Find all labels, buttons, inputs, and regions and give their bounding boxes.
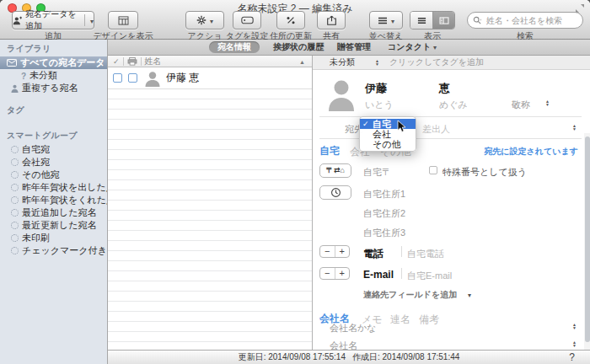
- action-button[interactable]: [185, 11, 224, 29]
- phone-remove-add-stepper[interactable]: −+: [319, 245, 350, 258]
- home-address3-field[interactable]: 自宅住所3: [363, 227, 405, 239]
- mouse-cursor: [397, 120, 406, 133]
- sort-button[interactable]: [369, 11, 403, 29]
- name-column-header[interactable]: 姓名: [145, 56, 162, 67]
- empty-list-rows: [108, 89, 312, 350]
- search-input[interactable]: [485, 15, 577, 26]
- help-button[interactable]: ?: [569, 351, 575, 363]
- bottom-tab-remarks[interactable]: 備考: [419, 313, 439, 327]
- menu-item-other[interactable]: その他: [360, 139, 416, 149]
- special-number-label[interactable]: 特殊番号として扱う: [442, 166, 527, 179]
- sidebar-item-smart-received-last-year[interactable]: 昨年年賀状をくれた人: [0, 194, 107, 206]
- field-divider: [401, 268, 402, 279]
- stepper-icon[interactable]: [572, 323, 577, 329]
- update-address-button[interactable]: [276, 11, 305, 29]
- sidebar-item-label: 最近更新した宛名: [22, 219, 97, 232]
- tab-contacts-label: コンタクト: [388, 42, 431, 51]
- sidebar-item-smart-other[interactable]: その他宛: [0, 169, 107, 181]
- tab-address-info[interactable]: 宛名情報: [209, 41, 260, 53]
- contact-avatar[interactable]: [328, 78, 355, 111]
- sidebar-item-smart-checkmarked[interactable]: チェックマーク付き: [0, 244, 107, 257]
- view-segmented-control[interactable]: [410, 11, 455, 29]
- phone-label: 電話: [363, 247, 384, 261]
- clock-icon: [330, 187, 341, 198]
- sidebar-item-all-data[interactable]: すべての宛名データ: [0, 56, 107, 69]
- gear-icon: [11, 171, 19, 179]
- search-field[interactable]: [467, 12, 583, 29]
- tag-icon: [241, 16, 254, 24]
- honorific-field[interactable]: 敬称: [512, 99, 530, 111]
- tab-strip: 宛名情報 挨拶状の履歴 贈答管理 コンタクト: [108, 40, 590, 56]
- home-email-field[interactable]: 自宅E-mail: [407, 270, 452, 282]
- home-address2-field[interactable]: 自宅住所2: [363, 207, 405, 220]
- add-tag-hint[interactable]: クリックしてタグを追加: [389, 56, 484, 68]
- sidebar-item-duplicates[interactable]: 重複する宛名: [0, 82, 107, 94]
- first-kana-field[interactable]: めぐみ: [439, 99, 468, 111]
- list-view-icon: [417, 17, 426, 24]
- checkmark-column-icon[interactable]: [113, 56, 120, 66]
- sidebar-item-smart-sent-last-year[interactable]: 昨年年賀状を出した人: [0, 181, 107, 194]
- set-tag-button[interactable]: [233, 11, 261, 29]
- sidebar-item-smart-unprinted[interactable]: 未印刷: [0, 232, 107, 244]
- gear-icon: [11, 247, 19, 254]
- sidebar-item-smart-recently-added[interactable]: 最近追加した宛名: [0, 206, 107, 219]
- sidebar-item-label: 昨年年賀状を出した人: [22, 181, 108, 194]
- last-name-field[interactable]: 伊藤: [365, 81, 387, 96]
- grid-icon: [118, 16, 129, 25]
- gear-icon: [11, 222, 19, 229]
- stepper-icon[interactable]: [572, 340, 577, 347]
- list-header[interactable]: 姓名: [108, 56, 312, 67]
- stepper-icon[interactable]: [375, 59, 379, 66]
- menu-item-home[interactable]: 自宅: [360, 119, 416, 129]
- sidebar-item-unfiled[interactable]: 未分類: [0, 69, 107, 82]
- tab-greeting-history[interactable]: 挨拶状の履歴: [273, 41, 324, 53]
- sidebar-item-label: チェックマーク付き: [22, 244, 107, 257]
- stepper-icon[interactable]: [572, 124, 577, 131]
- table-row[interactable]: 伊藤 恵: [108, 67, 312, 89]
- email-label: E-mail: [363, 269, 394, 281]
- menu-item-work[interactable]: 会社: [360, 129, 416, 139]
- row-print-checkbox[interactable]: [128, 73, 137, 83]
- titlebar: 名称未設定 2 — 編集済み 宛名データを追加 追加 デザインを表示: [0, 0, 590, 40]
- category-value[interactable]: 未分類: [330, 56, 355, 68]
- bottom-tab-joint-names[interactable]: 連名: [390, 313, 410, 327]
- share-button[interactable]: [317, 11, 346, 29]
- email-remove-add-stepper[interactable]: −+: [319, 267, 350, 280]
- company-kana-field[interactable]: 会社名かな: [330, 322, 377, 335]
- tab-gift-management[interactable]: 贈答管理: [337, 41, 371, 53]
- scrollbar-thumb[interactable]: [585, 136, 590, 342]
- history-button[interactable]: [319, 185, 351, 200]
- printer-column-icon[interactable]: [127, 57, 137, 66]
- home-address1-field[interactable]: 自宅住所1: [363, 188, 405, 201]
- home-phone-field[interactable]: 自宅電話: [407, 248, 444, 260]
- sidebar-item-smart-recently-updated[interactable]: 最近更新した宛名: [0, 219, 107, 232]
- person-icon: [11, 84, 19, 93]
- sort-ascending-icon[interactable]: [299, 56, 305, 66]
- address-tab-home[interactable]: 自宅: [319, 144, 340, 158]
- row-checkmark-checkbox[interactable]: [113, 73, 122, 83]
- special-number-checkbox[interactable]: [429, 166, 437, 174]
- plus-icon[interactable]: +: [335, 268, 350, 279]
- sidebar-item-smart-home[interactable]: 自宅宛: [0, 143, 107, 156]
- show-design-button[interactable]: [108, 11, 138, 29]
- view-split-segment[interactable]: [432, 12, 454, 29]
- plus-icon[interactable]: +: [335, 246, 350, 257]
- route-icon: [286, 15, 296, 25]
- first-name-field[interactable]: 恵: [439, 81, 450, 96]
- sidebar-item-smart-work[interactable]: 会社宛: [0, 156, 107, 169]
- minus-icon[interactable]: −: [320, 246, 335, 257]
- tab-contacts[interactable]: コンタクト: [388, 41, 437, 53]
- view-list-segment[interactable]: [410, 12, 432, 29]
- minus-icon[interactable]: −: [320, 268, 335, 279]
- add-contact-button[interactable]: 宛名データを追加: [12, 11, 94, 29]
- home-postal-field[interactable]: 自宅〒: [363, 166, 391, 179]
- sidebar-item-label: その他宛: [22, 169, 60, 181]
- app-window: 名称未設定 2 — 編集済み 宛名データを追加 追加 デザインを表示: [0, 0, 590, 364]
- last-kana-field[interactable]: いとう: [365, 99, 394, 111]
- recipient-note: 宛先に設定されています: [484, 146, 578, 158]
- stepper-icon[interactable]: [545, 99, 550, 106]
- sender-label[interactable]: 差出人: [422, 123, 450, 136]
- add-contact-field-button[interactable]: 連絡先フィールドを追加: [363, 289, 471, 301]
- envelope-icon: [7, 59, 17, 67]
- postal-lookup-button[interactable]: 〒⇄⌂: [319, 163, 351, 178]
